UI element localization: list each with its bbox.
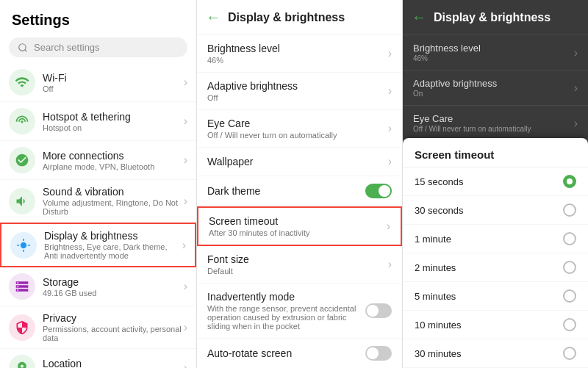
dark-display-header: ← Display & brightness <box>403 0 588 35</box>
fontsize-title: Font size <box>207 253 388 265</box>
timeout-option-2m[interactable]: 2 minutes <box>403 253 588 282</box>
screen-timeout-dialog: Screen timeout 15 seconds 30 seconds 1 m… <box>403 138 588 368</box>
timeout-5m-label: 5 minutes <box>415 291 563 302</box>
screen-timeout-chevron: › <box>387 220 390 233</box>
eyecare-chevron: › <box>388 122 392 135</box>
brightness-chevron: › <box>388 47 392 60</box>
timeout-1m-radio[interactable] <box>563 232 576 245</box>
timeout-option-30s[interactable]: 30 seconds <box>403 196 588 225</box>
storage-title: Storage <box>43 276 184 288</box>
storage-icon <box>9 273 35 300</box>
display-subtitle: Brightness, Eye care, Dark theme, Anti i… <box>44 242 182 260</box>
adaptive-chevron: › <box>388 84 392 98</box>
settings-item-hotspot[interactable]: Hotspot & tethering Hotspot on › <box>0 102 196 141</box>
search-icon <box>18 43 28 53</box>
wifi-title: Wi-Fi <box>43 72 184 84</box>
location-icon <box>9 355 35 368</box>
sound-title: Sound & vibration <box>43 186 184 198</box>
dark-adaptive-item[interactable]: Adaptive brightness On › <box>403 71 588 106</box>
dark-adaptive-subtitle: On <box>413 90 574 98</box>
timeout-30m-radio[interactable] <box>563 347 576 360</box>
hotspot-subtitle: Hotspot on <box>43 123 184 132</box>
dark-theme-toggle[interactable] <box>365 184 392 198</box>
connections-title: More connections <box>43 150 184 162</box>
privacy-icon <box>9 314 35 341</box>
inadvertently-toggle[interactable] <box>365 303 392 318</box>
dark-brightness-chevron: › <box>574 46 578 59</box>
timeout-10m-radio[interactable] <box>563 318 576 331</box>
display-panel: ← Display & brightness Brightness level … <box>197 0 403 368</box>
privacy-title: Privacy <box>43 312 184 324</box>
adaptive-subtitle: Off <box>207 93 388 102</box>
display-list: Brightness level 46% › Adaptive brightne… <box>197 35 402 368</box>
search-bar[interactable]: Search settings <box>9 37 187 57</box>
timeout-option-10m[interactable]: 10 minutes <box>403 311 588 339</box>
screen-timeout-item[interactable]: Screen timeout After 30 minutes of inact… <box>197 206 402 246</box>
dark-eyecare-subtitle: Off / Will never turn on automatically <box>413 125 574 133</box>
svg-point-0 <box>19 43 26 50</box>
settings-item-display[interactable]: Display & brightness Brightness, Eye car… <box>0 223 196 267</box>
wifi-icon <box>9 69 35 95</box>
timeout-15s-radio[interactable] <box>563 175 576 188</box>
timeout-option-15s[interactable]: 15 seconds <box>403 167 588 196</box>
sound-subtitle: Volume adjustment, Ringtone, Do Not Dist… <box>43 198 184 216</box>
dialog-title: Screen timeout <box>403 138 588 167</box>
settings-panel: Settings Search settings Wi-Fi Off › Hot… <box>0 0 197 368</box>
dark-display-back-arrow[interactable]: ← <box>412 9 426 26</box>
dark-brightness-title: Brightness level <box>413 43 574 54</box>
timeout-15s-label: 15 seconds <box>415 176 563 187</box>
brightness-item[interactable]: Brightness level 46% › <box>197 35 402 73</box>
storage-chevron: › <box>184 280 187 293</box>
timeout-10m-label: 10 minutes <box>415 320 563 331</box>
dark-display-header-title: Display & brightness <box>434 11 551 24</box>
display-header-title: Display & brightness <box>228 11 345 24</box>
adaptive-title: Adaptive brightness <box>207 80 388 92</box>
settings-item-sound[interactable]: Sound & vibration Volume adjustment, Rin… <box>0 180 196 223</box>
eyecare-subtitle: Off / Will never turn on automatically <box>207 131 388 140</box>
wifi-subtitle: Off <box>43 84 184 93</box>
timeout-5m-radio[interactable] <box>563 289 576 303</box>
fontsize-item[interactable]: Font size Default › <box>197 246 402 284</box>
settings-item-connections[interactable]: More connections Airplane mode, VPN, Blu… <box>0 141 196 180</box>
storage-subtitle: 49.16 GB used <box>43 289 184 297</box>
autorotate-title: Auto-rotate screen <box>207 347 365 359</box>
dark-theme-title: Dark theme <box>207 185 365 197</box>
display-back-arrow[interactable]: ← <box>206 9 220 26</box>
dark-eyecare-item[interactable]: Eye Care Off / Will never turn on automa… <box>403 106 588 141</box>
display-title: Display & brightness <box>44 230 182 242</box>
inadvertently-title: Inadvertently mode <box>207 291 365 303</box>
location-title: Location <box>43 358 184 369</box>
timeout-option-30m[interactable]: 30 minutes <box>403 339 588 368</box>
timeout-2m-radio[interactable] <box>563 261 576 274</box>
hotspot-icon <box>9 108 35 134</box>
autorotate-item[interactable]: Auto-rotate screen <box>197 339 402 368</box>
timeout-1m-label: 1 minute <box>415 234 563 245</box>
privacy-chevron: › <box>184 321 187 334</box>
wallpaper-title: Wallpaper <box>207 156 388 167</box>
privacy-subtitle: Permissions, account activity, personal … <box>43 325 184 342</box>
inadvertently-item[interactable]: Inadvertently mode With the range sensor… <box>197 284 402 339</box>
screen-timeout-title: Screen timeout <box>209 215 387 227</box>
settings-item-privacy[interactable]: Privacy Permissions, account activity, p… <box>0 306 196 349</box>
timeout-option-5m[interactable]: 5 minutes <box>403 282 588 311</box>
brightness-title: Brightness level <box>207 43 388 54</box>
settings-list: Wi-Fi Off › Hotspot & tethering Hotspot … <box>0 63 196 368</box>
settings-item-storage[interactable]: Storage 49.16 GB used › <box>0 267 196 306</box>
autorotate-toggle[interactable] <box>365 346 392 361</box>
dark-display-list: Brightness level 46% › Adaptive brightne… <box>403 35 588 368</box>
wifi-chevron: › <box>184 76 187 89</box>
wallpaper-item[interactable]: Wallpaper › <box>197 148 402 176</box>
timeout-2m-label: 2 minutes <box>415 262 563 273</box>
dark-brightness-item[interactable]: Brightness level 46% › <box>403 35 588 71</box>
timeout-30s-radio[interactable] <box>563 203 576 217</box>
settings-item-location[interactable]: Location On · 23 apps have access to loc… <box>0 349 196 368</box>
adaptive-item[interactable]: Adaptive brightness Off › <box>197 73 402 110</box>
settings-item-wifi[interactable]: Wi-Fi Off › <box>0 63 196 102</box>
timeout-option-1m[interactable]: 1 minute <box>403 225 588 253</box>
display-icon <box>10 232 37 259</box>
sound-icon <box>9 188 35 214</box>
connections-subtitle: Airplane mode, VPN, Bluetooth <box>43 162 184 171</box>
dark-theme-item[interactable]: Dark theme <box>197 176 402 206</box>
eyecare-item[interactable]: Eye Care Off / Will never turn on automa… <box>197 110 402 148</box>
dark-eyecare-title: Eye Care <box>413 113 574 124</box>
